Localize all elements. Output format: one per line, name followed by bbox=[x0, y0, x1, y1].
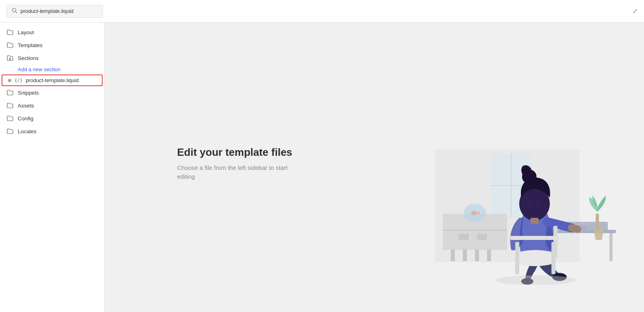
sidebar-item-locales[interactable]: Locales bbox=[0, 125, 104, 138]
svg-rect-13 bbox=[463, 249, 467, 261]
main-content: Edit your template files Choose a file f… bbox=[105, 23, 644, 312]
sidebar-file-label: product-template.liquid bbox=[26, 77, 79, 83]
expand-icon[interactable]: ⤢ bbox=[632, 7, 638, 15]
svg-rect-10 bbox=[459, 234, 469, 240]
search-input[interactable] bbox=[21, 8, 98, 14]
sidebar-label-templates: Templates bbox=[18, 42, 43, 48]
folder-icon-config bbox=[6, 115, 14, 122]
folder-icon bbox=[6, 29, 14, 36]
svg-point-40 bbox=[495, 275, 576, 285]
svg-rect-14 bbox=[475, 249, 479, 261]
folder-icon-snippets bbox=[6, 89, 14, 96]
svg-rect-39 bbox=[510, 236, 559, 240]
folder-icon-assets bbox=[6, 102, 14, 109]
svg-rect-22 bbox=[609, 233, 613, 261]
svg-line-1 bbox=[16, 11, 17, 13]
main-layout: Layout Templates Sections Add a new sect… bbox=[0, 23, 644, 312]
folder-icon-templates bbox=[6, 41, 14, 49]
svg-point-18 bbox=[471, 211, 477, 215]
folder-icon-sections bbox=[6, 54, 14, 62]
sidebar-item-config[interactable]: Config bbox=[0, 112, 104, 125]
svg-point-17 bbox=[467, 203, 483, 210]
svg-rect-36 bbox=[515, 242, 519, 274]
sidebar-label-locales: Locales bbox=[18, 128, 37, 134]
sidebar-item-templates[interactable]: Templates bbox=[0, 39, 104, 52]
top-bar: ⤢ bbox=[0, 0, 644, 23]
svg-rect-9 bbox=[443, 230, 507, 231]
svg-point-27 bbox=[580, 222, 587, 226]
sidebar: Layout Templates Sections Add a new sect… bbox=[0, 23, 105, 312]
svg-rect-25 bbox=[596, 214, 599, 232]
search-box[interactable] bbox=[6, 5, 103, 18]
sidebar-label-config: Config bbox=[18, 116, 33, 122]
sidebar-item-snippets[interactable]: Snippets bbox=[0, 86, 104, 99]
file-liquid-icon: {/} bbox=[14, 78, 23, 83]
illustration-svg bbox=[411, 133, 620, 294]
sidebar-label-assets: Assets bbox=[18, 103, 34, 109]
main-title: Edit your template files bbox=[177, 146, 292, 159]
file-dot-icon bbox=[8, 79, 11, 82]
illustration bbox=[411, 133, 620, 296]
add-section-label: Add a new section bbox=[18, 66, 60, 72]
sidebar-item-sections[interactable]: Sections bbox=[0, 52, 104, 64]
sidebar-label-layout: Layout bbox=[18, 29, 34, 35]
svg-point-33 bbox=[537, 202, 541, 208]
svg-rect-11 bbox=[477, 234, 487, 240]
sidebar-file-product-template[interactable]: {/} product-template.liquid bbox=[2, 74, 103, 86]
svg-rect-15 bbox=[487, 249, 491, 261]
svg-rect-12 bbox=[451, 249, 455, 261]
sidebar-item-assets[interactable]: Assets bbox=[0, 99, 104, 112]
svg-point-32 bbox=[528, 202, 533, 208]
sidebar-add-section[interactable]: Add a new section bbox=[0, 64, 104, 74]
svg-rect-38 bbox=[553, 226, 557, 258]
sidebar-label-sections: Sections bbox=[18, 55, 39, 61]
search-icon bbox=[12, 8, 17, 15]
sidebar-label-snippets: Snippets bbox=[18, 90, 39, 96]
main-subtitle: Choose a file from the left sidebar to s… bbox=[177, 163, 290, 182]
svg-rect-34 bbox=[530, 218, 539, 224]
sidebar-item-layout[interactable]: Layout bbox=[0, 26, 104, 39]
folder-icon-locales bbox=[6, 128, 14, 135]
content-description: Edit your template files Choose a file f… bbox=[177, 146, 292, 182]
